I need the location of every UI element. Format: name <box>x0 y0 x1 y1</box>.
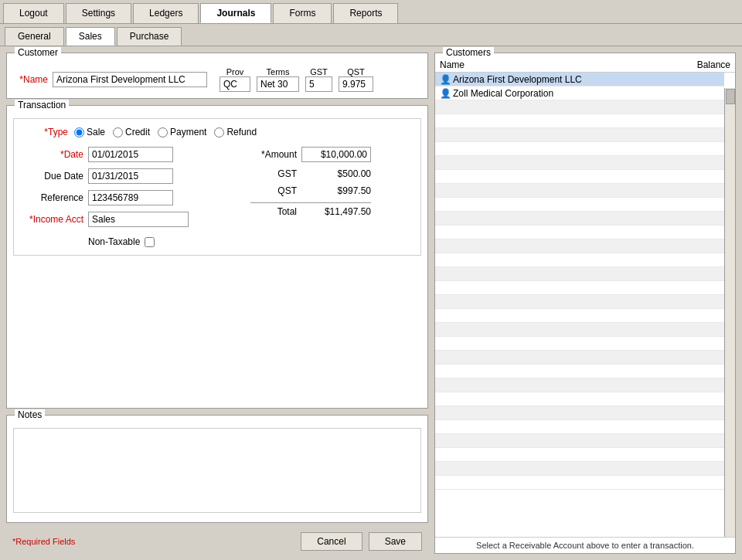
col-balance-header: Balance <box>697 59 730 70</box>
reference-input[interactable] <box>88 190 173 205</box>
left-fields: *Date Due Date Reference *Income Ac <box>22 147 189 247</box>
customer-row-25[interactable] <box>435 406 724 420</box>
customers-legend: Customers <box>443 47 494 58</box>
income-acct-label: *Income Acct <box>22 214 83 225</box>
customer-row-20[interactable] <box>435 337 724 351</box>
tab-purchase[interactable]: Purchase <box>117 27 182 46</box>
date-row: *Date <box>22 147 189 162</box>
customer-row-21[interactable] <box>435 351 724 365</box>
tab-settings[interactable]: Settings <box>66 3 131 23</box>
notes-textarea[interactable] <box>14 429 420 512</box>
due-date-input[interactable] <box>88 168 173 184</box>
due-date-label: Due Date <box>22 171 83 182</box>
tab-logout[interactable]: Logout <box>3 3 64 23</box>
customer-row-7[interactable] <box>435 156 724 170</box>
amount-input[interactable] <box>301 147 371 162</box>
customer-row-2[interactable]: 👤 Zoll Medical Corporation <box>435 87 724 100</box>
type-payment-radio[interactable] <box>158 127 168 137</box>
qst-input[interactable] <box>339 76 373 92</box>
type-credit-radio[interactable] <box>113 127 123 137</box>
customer-row-3[interactable] <box>435 100 724 114</box>
type-credit[interactable]: Credit <box>113 127 150 137</box>
tx-qst-label: QST <box>250 185 297 196</box>
customer-row-30[interactable] <box>435 476 724 490</box>
gst-input[interactable] <box>305 76 332 92</box>
income-acct-input[interactable] <box>88 212 189 227</box>
total-label: Total <box>250 206 297 217</box>
customer-row-15[interactable] <box>435 267 724 281</box>
qst-label: QST <box>339 67 373 76</box>
customer-row-9[interactable] <box>435 184 724 198</box>
customer-row-11[interactable] <box>435 212 724 226</box>
customer-section: Customer *Name Prov Terms GST <box>6 53 428 99</box>
tab-journals[interactable]: Journals <box>200 3 271 23</box>
total-value: $11,497.50 <box>301 206 371 217</box>
save-button[interactable]: Save <box>369 532 422 551</box>
customer-row-14[interactable] <box>435 253 724 267</box>
footer-buttons: Cancel Save <box>301 532 422 551</box>
customer-row-8[interactable] <box>435 170 724 184</box>
prov-input[interactable] <box>220 76 250 92</box>
customer-row-19[interactable] <box>435 323 724 337</box>
person-icon-1: 👤 <box>440 74 451 85</box>
customer-row-10[interactable] <box>435 198 724 212</box>
customer-row-27[interactable] <box>435 434 724 448</box>
right-amounts: *Amount GST $500.00 QST $997.50 Total <box>250 147 371 247</box>
customer-row-13[interactable] <box>435 239 724 253</box>
customer-row-5[interactable] <box>435 128 724 142</box>
non-taxable-checkbox[interactable] <box>145 237 155 247</box>
customers-rows: 👤 Arizona First Development LLC 👤 Zoll M… <box>435 73 735 537</box>
tx-gst-label: GST <box>250 168 297 179</box>
footer-bar: *Required Fields Cancel Save <box>6 529 428 554</box>
customer-name-label: *Name <box>13 74 48 85</box>
customer-row-18[interactable] <box>435 309 724 323</box>
customer-row-12[interactable] <box>435 226 724 239</box>
person-icon-2: 👤 <box>440 88 451 99</box>
income-acct-row: *Income Acct <box>22 212 189 227</box>
tab-ledgers[interactable]: Ledgers <box>133 3 199 23</box>
customer-row: *Name Prov Terms GST <box>13 67 421 92</box>
customers-box: Customers Name Balance 👤 Arizona First D… <box>434 53 736 554</box>
type-sale-radio[interactable] <box>74 127 84 137</box>
customer-row-29[interactable] <box>435 462 724 476</box>
scrollbar[interactable] <box>724 88 735 537</box>
tx-qst-value: $997.50 <box>301 185 371 196</box>
type-sale[interactable]: Sale <box>74 127 105 137</box>
tab-forms[interactable]: Forms <box>273 3 332 23</box>
tab-general[interactable]: General <box>5 27 64 46</box>
tx-gst-value: $500.00 <box>301 168 371 179</box>
cancel-button[interactable]: Cancel <box>301 532 362 551</box>
customer-row-22[interactable] <box>435 365 724 378</box>
customer-row-23[interactable] <box>435 378 724 392</box>
customer-row-1[interactable]: 👤 Arizona First Development LLC <box>435 73 724 87</box>
type-refund-radio[interactable] <box>214 127 224 137</box>
type-payment[interactable]: Payment <box>158 127 206 137</box>
radio-group: Sale Credit Payment Refund <box>74 127 257 137</box>
tab-reports[interactable]: Reports <box>333 3 398 23</box>
non-taxable-label: Non-Taxable <box>88 236 140 247</box>
customer-row-16[interactable] <box>435 281 724 295</box>
col-name-header: Name <box>440 59 697 70</box>
type-label: *Type <box>22 127 68 137</box>
customer-row-17[interactable] <box>435 295 724 309</box>
terms-input[interactable] <box>257 76 299 92</box>
customer-name-input[interactable] <box>53 72 207 87</box>
prov-label: Prov <box>220 67 250 76</box>
customers-table-header: Name Balance <box>435 58 735 73</box>
date-input[interactable] <box>88 147 173 162</box>
top-nav: Logout Settings Ledgers Journals Forms R… <box>0 0 742 24</box>
customer-row-6[interactable] <box>435 142 724 156</box>
amount-row: *Amount <box>250 147 371 162</box>
type-payment-label: Payment <box>170 127 206 137</box>
two-col: *Date Due Date Reference *Income Ac <box>22 147 413 247</box>
customer-row-4[interactable] <box>435 114 724 128</box>
reference-label: Reference <box>22 192 83 203</box>
tab-sales[interactable]: Sales <box>66 27 115 46</box>
cust-name-2: 👤 Zoll Medical Corporation <box>440 88 720 99</box>
notes-section: Notes <box>6 415 428 523</box>
customer-row-26[interactable] <box>435 420 724 434</box>
customer-row-24[interactable] <box>435 392 724 406</box>
customer-row-28[interactable] <box>435 448 724 462</box>
scrollbar-thumb[interactable] <box>726 89 735 104</box>
type-refund[interactable]: Refund <box>214 127 257 137</box>
